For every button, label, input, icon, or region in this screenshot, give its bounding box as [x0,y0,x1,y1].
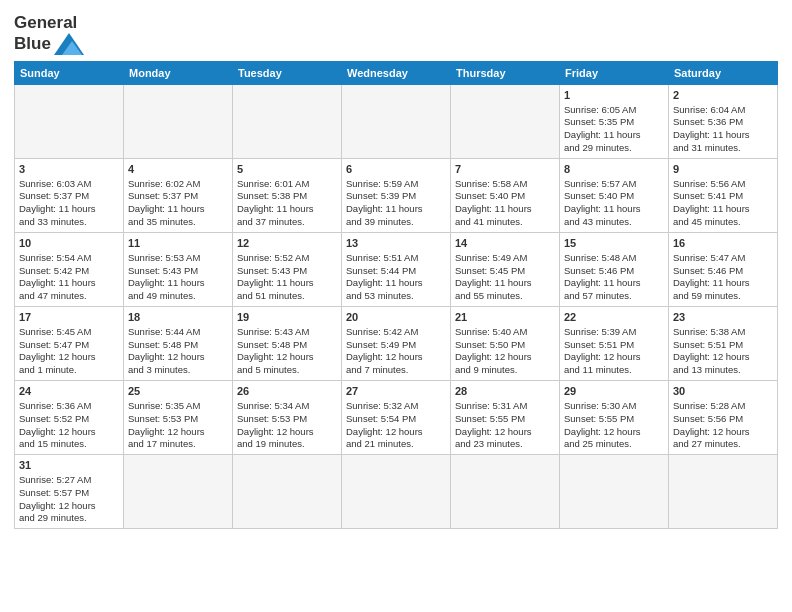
calendar-cell: 5Sunrise: 6:01 AMSunset: 5:38 PMDaylight… [233,158,342,232]
calendar-cell [233,455,342,529]
calendar-cell [124,84,233,158]
logo-blue-text: Blue [14,34,51,54]
day-info: Sunset: 5:53 PM [128,413,228,426]
calendar-cell [451,84,560,158]
calendar-cell: 6Sunrise: 5:59 AMSunset: 5:39 PMDaylight… [342,158,451,232]
day-header-tuesday: Tuesday [233,61,342,84]
calendar-cell: 10Sunrise: 5:54 AMSunset: 5:42 PMDayligh… [15,232,124,306]
day-info: Sunset: 5:43 PM [237,265,337,278]
calendar-cell: 27Sunrise: 5:32 AMSunset: 5:54 PMDayligh… [342,381,451,455]
day-info: Daylight: 11 hours [455,203,555,216]
day-info: Sunrise: 5:35 AM [128,400,228,413]
day-info: Sunrise: 5:36 AM [19,400,119,413]
calendar-cell: 8Sunrise: 5:57 AMSunset: 5:40 PMDaylight… [560,158,669,232]
day-info: Daylight: 11 hours [346,277,446,290]
day-info: Sunset: 5:47 PM [19,339,119,352]
day-number: 6 [346,162,446,177]
calendar-cell: 29Sunrise: 5:30 AMSunset: 5:55 PMDayligh… [560,381,669,455]
day-info: and 29 minutes. [19,512,119,525]
day-info: and 7 minutes. [346,364,446,377]
day-info: Daylight: 12 hours [19,351,119,364]
day-info: Sunrise: 6:05 AM [564,104,664,117]
day-info: Daylight: 11 hours [19,203,119,216]
day-info: Daylight: 11 hours [564,277,664,290]
day-info: Sunrise: 5:43 AM [237,326,337,339]
calendar-cell: 25Sunrise: 5:35 AMSunset: 5:53 PMDayligh… [124,381,233,455]
calendar-cell [342,455,451,529]
day-info: and 25 minutes. [564,438,664,451]
day-info: Sunset: 5:51 PM [564,339,664,352]
day-info: Sunset: 5:48 PM [237,339,337,352]
day-info: and 55 minutes. [455,290,555,303]
day-info: Daylight: 12 hours [673,426,773,439]
day-info: Sunset: 5:49 PM [346,339,446,352]
day-number: 13 [346,236,446,251]
day-info: Daylight: 12 hours [564,351,664,364]
calendar-cell [342,84,451,158]
day-info: Sunrise: 5:28 AM [673,400,773,413]
day-info: Daylight: 12 hours [346,426,446,439]
day-number: 16 [673,236,773,251]
day-info: Sunrise: 5:45 AM [19,326,119,339]
calendar-week-2: 3Sunrise: 6:03 AMSunset: 5:37 PMDaylight… [15,158,778,232]
day-info: Sunrise: 5:38 AM [673,326,773,339]
day-header-monday: Monday [124,61,233,84]
day-info: and 33 minutes. [19,216,119,229]
day-info: and 9 minutes. [455,364,555,377]
day-number: 9 [673,162,773,177]
day-info: Daylight: 12 hours [455,351,555,364]
day-number: 28 [455,384,555,399]
day-info: and 37 minutes. [237,216,337,229]
calendar-cell: 30Sunrise: 5:28 AMSunset: 5:56 PMDayligh… [669,381,778,455]
day-info: Sunrise: 5:49 AM [455,252,555,265]
day-info: Sunrise: 5:52 AM [237,252,337,265]
day-info: Sunset: 5:43 PM [128,265,228,278]
day-info: and 53 minutes. [346,290,446,303]
day-info: and 13 minutes. [673,364,773,377]
day-header-saturday: Saturday [669,61,778,84]
day-info: Daylight: 12 hours [19,500,119,513]
page: General Blue SundayMondayTuesdayWednesda… [0,0,792,612]
calendar-cell: 17Sunrise: 5:45 AMSunset: 5:47 PMDayligh… [15,306,124,380]
day-info: Sunrise: 5:47 AM [673,252,773,265]
day-info: Sunset: 5:57 PM [19,487,119,500]
day-info: Sunrise: 5:27 AM [19,474,119,487]
logo-general: General [14,13,77,32]
day-info: and 11 minutes. [564,364,664,377]
day-info: Sunrise: 6:01 AM [237,178,337,191]
day-info: Sunrise: 5:30 AM [564,400,664,413]
day-info: and 41 minutes. [455,216,555,229]
day-info: and 5 minutes. [237,364,337,377]
day-info: Sunset: 5:53 PM [237,413,337,426]
day-info: Daylight: 12 hours [673,351,773,364]
day-number: 31 [19,458,119,473]
day-info: and 27 minutes. [673,438,773,451]
day-info: Daylight: 12 hours [19,426,119,439]
day-info: Sunset: 5:48 PM [128,339,228,352]
calendar-cell: 4Sunrise: 6:02 AMSunset: 5:37 PMDaylight… [124,158,233,232]
day-number: 21 [455,310,555,325]
day-info: Sunset: 5:56 PM [673,413,773,426]
day-number: 20 [346,310,446,325]
day-info: Sunset: 5:41 PM [673,190,773,203]
day-info: and 35 minutes. [128,216,228,229]
calendar-week-6: 31Sunrise: 5:27 AMSunset: 5:57 PMDayligh… [15,455,778,529]
day-info: Sunrise: 5:32 AM [346,400,446,413]
calendar-cell: 3Sunrise: 6:03 AMSunset: 5:37 PMDaylight… [15,158,124,232]
day-number: 10 [19,236,119,251]
day-header-sunday: Sunday [15,61,124,84]
day-info: Daylight: 11 hours [346,203,446,216]
day-info: and 29 minutes. [564,142,664,155]
day-header-friday: Friday [560,61,669,84]
day-info: Sunrise: 6:04 AM [673,104,773,117]
day-info: and 39 minutes. [346,216,446,229]
day-info: Sunset: 5:55 PM [455,413,555,426]
calendar-body: 1Sunrise: 6:05 AMSunset: 5:35 PMDaylight… [15,84,778,529]
day-number: 17 [19,310,119,325]
day-header-wednesday: Wednesday [342,61,451,84]
day-info: and 45 minutes. [673,216,773,229]
day-info: Sunrise: 5:51 AM [346,252,446,265]
calendar-cell: 1Sunrise: 6:05 AMSunset: 5:35 PMDaylight… [560,84,669,158]
day-number: 3 [19,162,119,177]
day-info: Sunrise: 6:02 AM [128,178,228,191]
